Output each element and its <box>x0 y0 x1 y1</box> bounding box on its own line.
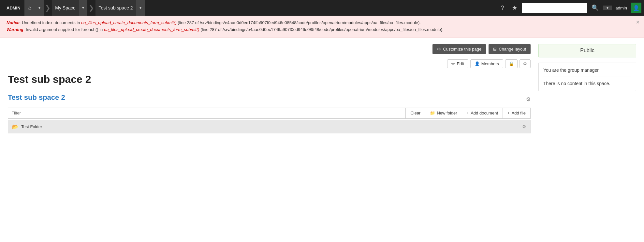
home-button[interactable]: ⌂ <box>24 0 36 16</box>
add-file-button[interactable]: + Add file <box>503 108 531 119</box>
search-dropdown-button[interactable]: ▾ <box>603 6 612 10</box>
help-icon: ? <box>501 5 504 11</box>
new-folder-button[interactable]: 📁 New folder <box>425 108 462 119</box>
customize-gear-icon: ⚙ <box>437 47 441 52</box>
nav-separator-2: ❯ <box>87 4 95 12</box>
subspace-dropdown-button[interactable]: ▾ <box>136 0 145 16</box>
topnav-right: ? ★ 🔍 ▾ admin 👤 <box>498 0 641 16</box>
warning-code-1: oa_files_upload_create_documents_form_su… <box>104 27 199 32</box>
sidebar-info: You are the group manager There is no co… <box>538 63 636 91</box>
home-dropdown-button[interactable]: ▾ <box>35 0 44 16</box>
avatar-icon: 👤 <box>633 5 639 11</box>
group-manager-text: You are the group manager <box>543 68 631 77</box>
subspace-label: Test sub space 2 <box>95 0 136 16</box>
warning-label: Warning <box>7 27 23 32</box>
file-row-gear-button[interactable]: ⚙ <box>522 124 526 129</box>
close-icon: × <box>636 19 639 25</box>
section-gear-button[interactable]: ⚙ <box>526 96 531 102</box>
section-header: Test sub space 2 ⚙ <box>8 93 531 106</box>
top-navigation: ADMIN ⌂ ▾ ❯ My Space ▾ ❯ Test sub space … <box>0 0 644 16</box>
folder-icon: 📁 <box>430 111 435 115</box>
customize-page-button[interactable]: ⚙ Customize this page <box>432 44 486 54</box>
notice-code-1: oa_files_upload_create_documents_form_su… <box>81 20 177 25</box>
no-content-text: There is no content in this space. <box>543 81 631 86</box>
main-layout: ⚙ Customize this page ⊞ Change layout ✏ … <box>0 38 644 140</box>
edit-button[interactable]: ✏ Edit <box>447 59 468 68</box>
sidebar: Public You are the group manager There i… <box>538 44 636 133</box>
my-space-label: My Space <box>52 0 79 16</box>
search-icon: 🔍 <box>592 4 599 11</box>
notice-message: Notice: Undefined index: documents in oa… <box>7 20 637 26</box>
admin-label: ADMIN <box>3 0 24 16</box>
error-banner: × Notice: Undefined index: documents in … <box>0 16 644 38</box>
filter-input[interactable] <box>8 108 405 119</box>
error-close-button[interactable]: × <box>636 19 639 26</box>
members-icon: 👤 <box>475 61 480 66</box>
folder-open-icon: 📂 <box>12 124 19 130</box>
section-gear-icon: ⚙ <box>526 97 531 102</box>
file-toolbar: Clear 📁 New folder + Add document + Add … <box>8 108 531 119</box>
table-row: 📂 Test Folder ⚙ <box>8 120 530 133</box>
star-icon: ★ <box>512 4 517 11</box>
file-name: Test Folder <box>21 124 522 129</box>
add-file-icon: + <box>507 111 510 115</box>
edit-icon: ✏ <box>451 61 455 66</box>
lock-button[interactable]: 🔒 <box>505 59 518 68</box>
section-title: Test sub space 2 <box>8 93 65 102</box>
add-doc-icon: + <box>467 111 469 115</box>
main-content: ⚙ Customize this page ⊞ Change layout ✏ … <box>8 44 531 133</box>
sidebar-public-box: Public <box>538 44 636 57</box>
settings-gear-icon: ⚙ <box>523 61 527 66</box>
change-layout-button[interactable]: ⊞ Change layout <box>489 44 531 54</box>
lock-icon: 🔒 <box>509 61 514 66</box>
add-document-button[interactable]: + Add document <box>462 108 503 119</box>
search-button[interactable]: 🔍 <box>588 0 602 16</box>
avatar[interactable]: 👤 <box>631 3 641 13</box>
favorites-button[interactable]: ★ <box>509 0 520 16</box>
nav-separator-1: ❯ <box>44 4 52 12</box>
layout-icon: ⊞ <box>493 47 497 52</box>
myspace-dropdown-button[interactable]: ▾ <box>79 0 87 16</box>
page-heading-area: ⚙ Customize this page ⊞ Change layout <box>8 44 531 54</box>
search-input[interactable] <box>522 3 587 13</box>
clear-button[interactable]: Clear <box>405 108 425 119</box>
file-list: 📂 Test Folder ⚙ <box>8 120 531 133</box>
page-title: Test sub space 2 <box>8 73 531 85</box>
page-settings-button[interactable]: ⚙ <box>520 59 531 68</box>
notice-label: Notice <box>7 20 20 25</box>
help-button[interactable]: ? <box>498 0 507 16</box>
public-label: Public <box>539 44 636 57</box>
page-actions-row: ✏ Edit 👤 Members 🔒 ⚙ <box>8 59 531 68</box>
username-label: admin <box>613 6 630 10</box>
members-button[interactable]: 👤 Members <box>470 59 503 68</box>
warning-message: Warning: Invalid argument supplied for f… <box>7 26 637 33</box>
home-icon: ⌂ <box>28 5 32 11</box>
